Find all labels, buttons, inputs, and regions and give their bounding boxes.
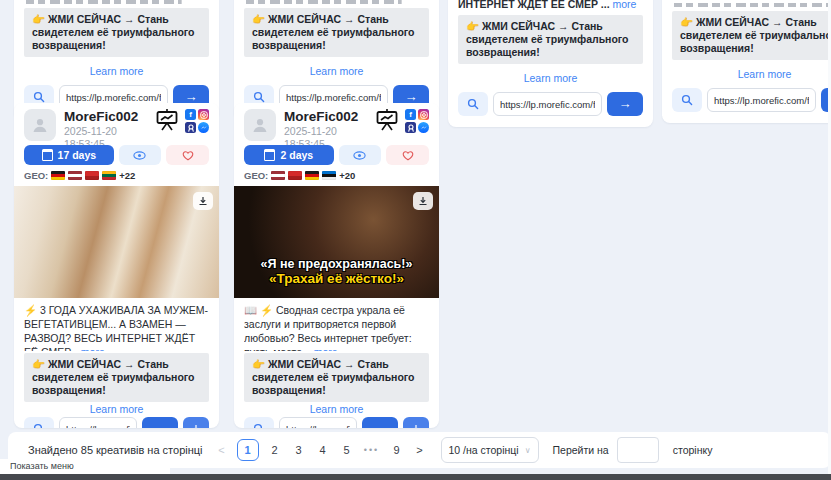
landing-url-input[interactable] xyxy=(707,88,816,112)
geo-row: GEO: +22 xyxy=(24,168,209,183)
download-creative-button[interactable] xyxy=(403,417,429,428)
search-icon xyxy=(681,94,693,106)
creative-image[interactable]: «Я не предохранялась!» «Трахай её жёстко… xyxy=(234,186,439,298)
audience-network-icon xyxy=(405,122,416,133)
next-page-button[interactable]: > xyxy=(413,444,427,456)
show-menu-button[interactable]: Показать меню xyxy=(0,459,170,474)
description-text: ⚡ 3 ГОДА УХАЖИВАЛА ЗА МУЖЕМ-ВЕГЕТАТИВЦЕМ… xyxy=(24,304,208,351)
landing-url-input[interactable] xyxy=(279,417,357,428)
description-text: 📖 ⚡ Сводная сестра украла её заслуги и п… xyxy=(244,304,412,351)
learn-more-link[interactable]: Learn more xyxy=(24,64,209,78)
search-button[interactable] xyxy=(672,88,702,112)
calendar-icon xyxy=(42,149,53,161)
per-page-select[interactable]: 10 /на сторінці ∨ xyxy=(441,437,539,463)
favorite-button[interactable] xyxy=(166,145,209,165)
more-link[interactable]: more xyxy=(81,346,105,351)
geo-row: GEO: +20 xyxy=(244,168,429,183)
learn-more-link[interactable]: Learn more xyxy=(244,64,429,78)
days-running-button[interactable]: 2 days xyxy=(244,145,334,165)
days-running-button[interactable]: 17 days xyxy=(24,145,114,165)
flag-lt-icon xyxy=(102,171,116,180)
avatar xyxy=(24,109,56,141)
page-button-2[interactable]: 2 xyxy=(267,444,283,456)
page-button-4[interactable]: 4 xyxy=(315,444,331,456)
flag-de-icon xyxy=(305,171,319,180)
download-image-button[interactable] xyxy=(413,192,433,210)
per-page-value: 10 /на сторінці xyxy=(449,444,519,456)
placements-icons: f xyxy=(185,109,209,133)
download-icon xyxy=(198,196,208,206)
search-button[interactable] xyxy=(458,92,488,116)
creative-card-partial: ИНТЕРНЕТ ЖДЁТ ЕЁ СМЕР ... more 👉 ЖМИ СЕЙ… xyxy=(448,0,653,127)
instagram-icon xyxy=(418,109,429,120)
download-icon xyxy=(191,424,201,428)
preview-button[interactable] xyxy=(339,145,382,165)
flag-red-icon xyxy=(288,171,302,180)
page-button-9[interactable]: 9 xyxy=(389,444,405,456)
search-button[interactable] xyxy=(24,417,54,428)
download-creative-button[interactable] xyxy=(183,417,209,428)
headline-banner: 👉 ЖМИ СЕЙЧАС → Стань свидетелем её триум… xyxy=(672,11,831,60)
banner-text: 👉 ЖМИ СЕЙЧАС → Стань свидетелем её триум… xyxy=(32,13,195,51)
banner-text: 👉 ЖМИ СЕЙЧАС → Стань свидетелем её триум… xyxy=(252,13,415,51)
overlay-line-1: «Я не предохранялась!» xyxy=(234,257,439,271)
presentation-chart-icon[interactable] xyxy=(375,109,399,131)
geo-label: GEO: xyxy=(244,170,268,181)
presentation-chart-icon[interactable] xyxy=(155,109,179,131)
more-link[interactable]: more xyxy=(613,0,637,10)
instagram-icon xyxy=(198,109,209,120)
bottom-bar xyxy=(0,474,831,480)
person-icon xyxy=(31,116,49,134)
geo-label: GEO: xyxy=(24,170,48,181)
clipped-text-line xyxy=(26,0,207,4)
search-icon xyxy=(253,423,265,428)
days-label: 2 days xyxy=(280,149,313,161)
open-url-button[interactable]: → xyxy=(142,417,178,428)
headline-banner: 👉 ЖМИ СЕЙЧАС → Стань свидетелем её триум… xyxy=(244,8,429,57)
days-label: 17 days xyxy=(58,149,97,161)
more-link[interactable]: more xyxy=(314,346,338,351)
preview-button[interactable] xyxy=(119,145,162,165)
learn-more-link[interactable]: Learn more xyxy=(24,402,209,416)
pagination-ellipsis[interactable]: ••• xyxy=(363,445,381,455)
creative-card-partial: 👉 ЖМИ СЕЙЧАС → Стань свидетелем её триум… xyxy=(662,0,831,123)
banner-text: 👉 ЖМИ СЕЙЧАС → Стань свидетелем её триум… xyxy=(680,16,831,54)
learn-more-link[interactable]: Learn more xyxy=(458,71,643,85)
page-button-3[interactable]: 3 xyxy=(291,444,307,456)
landing-url-row: → xyxy=(458,91,643,117)
clipped-text-line: ИНТЕРНЕТ ЖДЁТ ЕЁ СМЕР ... more xyxy=(458,0,643,11)
creative-card-partial: 👉 ЖМИ СЕЙЧАС → Стань свидетелем её триум… xyxy=(234,0,439,120)
page-button-1[interactable]: 1 xyxy=(237,439,259,461)
open-url-button[interactable]: → xyxy=(362,417,398,428)
audience-network-icon xyxy=(185,122,196,133)
goto-suffix: сторінку xyxy=(673,444,713,456)
learn-more-link[interactable]: Learn more xyxy=(672,67,831,81)
learn-more-link[interactable]: Learn more xyxy=(244,402,429,416)
download-image-button[interactable] xyxy=(193,192,213,210)
favorite-button[interactable] xyxy=(386,145,429,165)
geo-more-count[interactable]: +20 xyxy=(339,170,355,181)
headline-banner: 👉 ЖМИ СЕЙЧАС → Стань свидетелем её триум… xyxy=(458,15,643,64)
search-icon xyxy=(33,423,45,428)
header-icons: f xyxy=(155,109,209,133)
open-url-button[interactable]: → xyxy=(607,92,643,116)
facebook-icon: f xyxy=(185,109,196,120)
arrow-right-icon: → xyxy=(619,96,632,111)
headline-banner: 👉 ЖМИ СЕЙЧАС → Стань свидетелем её триум… xyxy=(244,353,429,402)
creative-description: 📖 ⚡ Сводная сестра украла её заслуги и п… xyxy=(244,298,429,351)
goto-label: Перейти на xyxy=(553,444,609,456)
landing-url-input[interactable] xyxy=(493,92,602,116)
search-button[interactable] xyxy=(244,417,274,428)
person-icon xyxy=(251,116,269,134)
profile-name: MoreFic002 xyxy=(284,109,375,125)
geo-more-count[interactable]: +22 xyxy=(119,170,135,181)
prev-page-button[interactable]: < xyxy=(215,444,229,456)
creative-card-partial: 👉 ЖМИ СЕЙЧАС → Стань свидетелем её триум… xyxy=(14,0,219,120)
geo-flags xyxy=(271,171,336,180)
page-button-5[interactable]: 5 xyxy=(339,444,355,456)
clipped-desc: ИНТЕРНЕТ ЖДЁТ ЕЁ СМЕР ... xyxy=(458,0,610,10)
facebook-icon: f xyxy=(405,109,416,120)
landing-url-input[interactable] xyxy=(59,417,137,428)
goto-page-input[interactable] xyxy=(617,437,659,463)
creative-image[interactable] xyxy=(14,186,219,298)
